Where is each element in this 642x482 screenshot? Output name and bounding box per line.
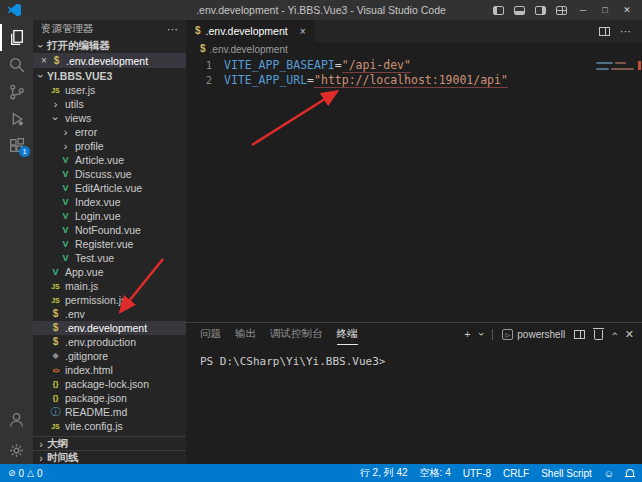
code-editor[interactable]: 1 VITE_APP_BASEAPI="/api-dev" 2 VITE_APP… (186, 56, 642, 322)
tree-item-folder[interactable]: ›views (33, 111, 186, 125)
split-editor-icon[interactable] (599, 27, 610, 36)
run-debug-icon[interactable] (0, 105, 33, 132)
tree-item[interactable]: JSvite.config.js (33, 419, 186, 433)
settings-gear-icon[interactable] (0, 437, 33, 464)
tree-item[interactable]: VIndex.vue (33, 195, 186, 209)
vue-file-icon: V (59, 156, 72, 165)
tree-item[interactable]: VDiscuss.vue (33, 167, 186, 181)
open-editors-header[interactable]: › 打开的编辑器 (33, 38, 186, 53)
extensions-icon[interactable]: 1 (0, 132, 33, 159)
file-tree: JSuser.js ›utils ›views ›error ›profile … (33, 83, 186, 433)
tree-item[interactable]: JSuser.js (33, 83, 186, 97)
tree-item[interactable]: VEditArticle.vue (33, 181, 186, 195)
tree-item-folder[interactable]: ›profile (33, 139, 186, 153)
customize-layout-icon[interactable] (556, 6, 567, 15)
activity-bar: 1 (0, 20, 33, 464)
tree-item-env-development[interactable]: $.env.development (33, 321, 186, 335)
tab-output[interactable]: 输出 (235, 323, 256, 345)
terminal-profile-selector[interactable]: ▷ powershell (502, 329, 565, 340)
tree-item[interactable]: JSmain.js (33, 279, 186, 293)
tree-item[interactable]: VRegister.vue (33, 237, 186, 251)
eol-sequence[interactable]: CRLF (503, 468, 529, 479)
tree-item[interactable]: JSpermission.js (33, 293, 186, 307)
tree-item[interactable]: VApp.vue (33, 265, 186, 279)
source-control-icon[interactable] (0, 78, 33, 105)
chevron-down-icon: › (35, 70, 47, 82)
close-panel-icon[interactable]: ✕ (625, 328, 634, 341)
breadcrumb[interactable]: $ .env.development (186, 42, 642, 56)
env-value-url: "http://localhost:19001/api" (314, 73, 508, 88)
maximize-panel-icon[interactable]: › (608, 332, 620, 336)
new-terminal-icon[interactable]: + (464, 328, 470, 340)
open-editor-item[interactable]: × $ .env.development (33, 53, 186, 68)
language-mode[interactable]: Shell Script (541, 468, 592, 479)
tab-env-development[interactable]: $ .env.development × (186, 20, 315, 42)
chevron-down-icon: › (35, 40, 47, 52)
tree-item[interactable]: VArticle.vue (33, 153, 186, 167)
close-tab-icon[interactable]: × (300, 26, 306, 37)
tab-problems[interactable]: 问题 (200, 323, 221, 345)
vue-file-icon: V (59, 184, 72, 193)
problems-status[interactable]: ⊘ 0 △ 0 (8, 468, 43, 479)
extensions-badge: 1 (19, 146, 30, 157)
panel-header: 问题 输出 调试控制台 终端 + › ▷ powershell (186, 323, 642, 345)
timeline-section-header[interactable]: › 时间线 (33, 450, 186, 464)
json-file-icon: {} (49, 394, 62, 402)
tree-item[interactable]: ◆.gitignore (33, 349, 186, 363)
explorer-icon[interactable] (0, 24, 33, 51)
terminal-dropdown-icon[interactable]: › (475, 332, 487, 336)
sidebar-title: 资源管理器 (41, 22, 94, 36)
toggle-panel-icon[interactable] (514, 6, 525, 15)
terminal-icon: ▷ (502, 329, 513, 340)
tree-item[interactable]: ⓘREADME.md (33, 405, 186, 419)
env-key: VITE_APP_BASEAPI (224, 58, 335, 72)
env-file-icon: $ (200, 44, 206, 54)
vue-file-icon: V (59, 240, 72, 249)
overview-ruler-mark (638, 61, 641, 70)
tab-terminal[interactable]: 终端 (337, 323, 358, 345)
minimap[interactable] (594, 58, 642, 118)
sidebar-bottom-sections: › 大纲 › 时间线 (33, 436, 186, 464)
feedback-smiley-icon[interactable]: ☺ (604, 468, 614, 479)
code-line: 2 VITE_APP_URL="http://localhost:19001/a… (186, 73, 642, 88)
account-icon[interactable] (0, 406, 33, 433)
tree-item-folder[interactable]: ›error (33, 125, 186, 139)
split-terminal-icon[interactable] (574, 330, 585, 339)
notifications-bell-icon[interactable] (626, 469, 634, 477)
maximize-button[interactable]: □ (594, 0, 616, 20)
kill-terminal-icon[interactable] (594, 330, 603, 340)
tree-item[interactable]: $.env.production (33, 335, 186, 349)
minimize-button[interactable]: ─ (572, 0, 594, 20)
toggle-sidebar-icon[interactable] (493, 6, 504, 15)
html-file-icon: <> (49, 367, 62, 374)
tree-item[interactable]: {}package.json (33, 391, 186, 405)
tree-item-folder[interactable]: ›utils (33, 97, 186, 111)
line-number: 2 (186, 73, 212, 88)
close-window-button[interactable]: ✕ (616, 0, 638, 20)
search-icon[interactable] (0, 51, 33, 78)
outline-section-header[interactable]: › 大纲 (33, 436, 186, 450)
tree-item[interactable]: $.env (33, 307, 186, 321)
git-file-icon: ◆ (49, 352, 62, 360)
bottom-panel: 问题 输出 调试控制台 终端 + › ▷ powershell (186, 322, 642, 464)
indentation[interactable]: 空格: 4 (420, 466, 451, 480)
tree-item[interactable]: <>index.html (33, 363, 186, 377)
tab-debug-console[interactable]: 调试控制台 (270, 323, 323, 345)
terminal-content[interactable]: PS D:\CSharp\Yi\Yi.BBS.Vue3> (186, 345, 642, 464)
sidebar-more-icon[interactable]: ⋯ (167, 23, 178, 36)
close-editor-icon[interactable]: × (38, 55, 50, 66)
env-file-icon: $ (49, 309, 62, 319)
tree-item[interactable]: VTest.vue (33, 251, 186, 265)
line-number: 1 (186, 58, 212, 73)
tree-item[interactable]: {}package-lock.json (33, 377, 186, 391)
code-line: 1 VITE_APP_BASEAPI="/api-dev" (186, 58, 642, 73)
cursor-position[interactable]: 行 2, 列 42 (360, 466, 408, 480)
tree-item[interactable]: VLogin.vue (33, 209, 186, 223)
toggle-secondary-sidebar-icon[interactable] (535, 6, 546, 15)
vue-file-icon: V (59, 212, 72, 221)
tree-item[interactable]: VNotFound.vue (33, 223, 186, 237)
encoding[interactable]: UTF-8 (463, 468, 491, 479)
js-file-icon: JS (49, 283, 62, 290)
project-header[interactable]: › YI.BBS.VUE3 (33, 68, 186, 83)
more-actions-icon[interactable]: ⋯ (620, 25, 632, 38)
